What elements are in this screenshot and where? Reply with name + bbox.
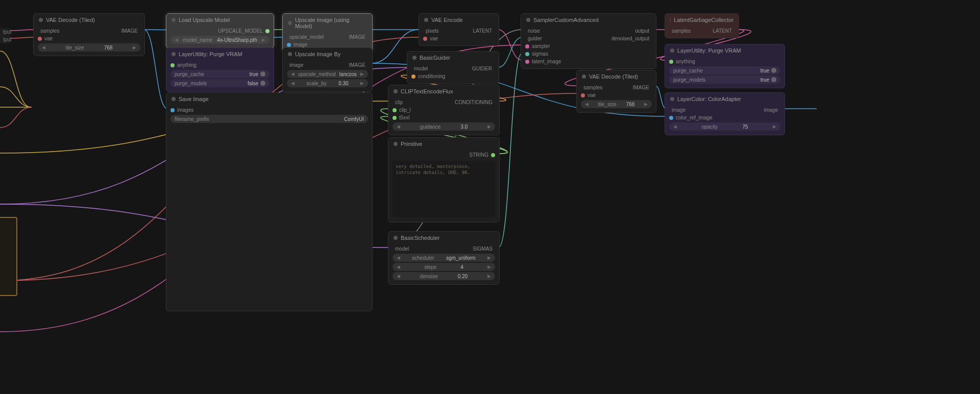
node-vae-decode-tiled-2[interactable]: VAE Decode (Tiled) samples IMAGE vae ◀ t… xyxy=(576,70,656,113)
scale-by-widget[interactable]: ◀ scale_by 0.30 ▶ xyxy=(287,79,368,87)
node-basic-guider[interactable]: BasicGuider model GUIDER conditioning xyxy=(407,51,499,84)
node-load-upscale-model[interactable]: Load Upscale Model UPSCALE_MODEL ◀ model… xyxy=(166,13,274,48)
node-title: BasicGuider xyxy=(420,55,450,61)
node-color-adapter[interactable]: LayerColor: ColorAdapter image image col… xyxy=(665,92,785,135)
purge-models-widget[interactable]: purge_models false xyxy=(170,79,270,87)
node-sampler-custom-advanced[interactable]: SamplerCustomAdvanced noise output guide… xyxy=(521,13,656,69)
node-title: VAE Encode xyxy=(431,17,463,23)
node-purge-vram[interactable]: LayerUtility: Purge VRAM anything purge_… xyxy=(166,47,274,92)
node-header[interactable]: Load Upscale Model xyxy=(166,14,274,26)
node-primitive[interactable]: Primitive STRING very detailed, masterpi… xyxy=(388,137,500,223)
steps-widget[interactable]: ◀ steps 4 ▶ xyxy=(393,263,495,271)
guidance-widget[interactable]: ◀ guidance 3.0 ▶ xyxy=(393,122,495,131)
upscale-method-widget[interactable]: ◀ upscale_method lanczos ▶ xyxy=(287,70,368,78)
node-title: LayerUtility: Purge VRAM xyxy=(677,47,741,54)
node-title: LayerColor: ColorAdapter xyxy=(677,96,741,102)
purge-models-widget[interactable]: purge_models true xyxy=(669,76,780,84)
node-latent-gc[interactable]: LatentGarbageCollector samples LATENT xyxy=(665,13,739,38)
model-name-widget[interactable]: ◀ model_name 4x-UltraSharp.pth ▶ xyxy=(170,36,270,44)
node-title: VAE Decode (Tiled) xyxy=(589,73,638,80)
node-title: BasicScheduler xyxy=(401,235,439,241)
tile-size-widget[interactable]: ◀ tile_size 768 ▶ xyxy=(581,100,652,108)
node-title: Load Upscale Model xyxy=(179,17,230,23)
node-header[interactable]: LayerUtility: Purge VRAM xyxy=(166,48,274,60)
node-header[interactable]: VAE Decode (Tiled) xyxy=(34,14,144,26)
output-fragment-1: tput xyxy=(0,28,10,36)
output-fragment-2: tput xyxy=(0,36,10,43)
filename-prefix-widget[interactable]: filename_prefix ComfyUI xyxy=(170,115,368,123)
node-title: Upscale Image (using Model) xyxy=(295,17,367,29)
node-vae-decode-tiled[interactable]: VAE Decode (Tiled) samples IMAGE vae ◀ t… xyxy=(33,13,145,56)
node-purge-vram-2[interactable]: LayerUtility: Purge VRAM anything purge_… xyxy=(665,44,785,88)
tile-size-widget[interactable]: ◀ tile_size 768 ▶ xyxy=(38,43,140,52)
node-title: SamplerCustomAdvanced xyxy=(533,17,599,23)
scheduler-widget[interactable]: ◀ scheduler sgm_uniform ▶ xyxy=(393,254,495,262)
node-upscale-image-model[interactable]: Upscale Image (using Model) upscale_mode… xyxy=(282,13,373,52)
node-title: CLIPTextEncodeFlux xyxy=(401,88,453,94)
side-panel-fragment xyxy=(0,217,17,296)
purge-cache-widget[interactable]: purge_cache true xyxy=(669,66,780,75)
node-upscale-image-by[interactable]: Upscale Image By image IMAGE ◀ upscale_m… xyxy=(282,47,373,92)
node-title: Save Image xyxy=(179,96,209,102)
purge-cache-widget[interactable]: purge_cache true xyxy=(170,70,270,78)
node-header[interactable]: Upscale Image (using Model) xyxy=(283,14,372,32)
node-basic-scheduler[interactable]: BasicScheduler model SIGMAS ◀ scheduler … xyxy=(388,231,500,285)
denoise-widget[interactable]: ◀ denoise 0.20 ▶ xyxy=(393,272,495,280)
node-save-image[interactable]: Save Image images filename_prefix ComfyU… xyxy=(166,92,373,311)
node-vae-encode[interactable]: VAE Encode pixels LATENT vae xyxy=(419,13,499,46)
node-title: LayerUtility: Purge VRAM xyxy=(179,51,242,57)
node-title: LatentGarbageCollector xyxy=(674,17,733,23)
opacity-widget[interactable]: ◀ opacity 75 ▶ xyxy=(669,122,780,131)
primitive-textarea[interactable]: very detailed, masterpiece, intricate de… xyxy=(393,161,495,217)
node-title: VAE Decode (Tiled) xyxy=(46,17,95,23)
node-title: Upscale Image By xyxy=(295,51,340,57)
node-clip-text-encode-flux[interactable]: CLIPTextEncodeFlux clip CONDITIONING cli… xyxy=(388,85,500,135)
node-title: Primitive xyxy=(401,141,422,147)
